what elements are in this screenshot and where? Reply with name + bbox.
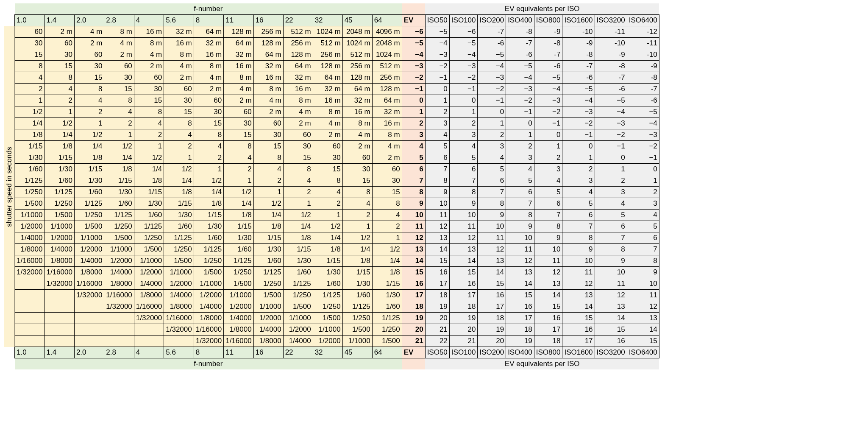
- shutter-cell: 1/250: [134, 232, 164, 244]
- iso-ev-cell: 7: [534, 210, 562, 221]
- iso-ev-cell: 12: [627, 301, 659, 313]
- iso-ev-cell: 9: [627, 267, 659, 278]
- shutter-cell: 1/8000: [253, 336, 283, 347]
- iso-ev-cell: 9: [506, 221, 534, 232]
- shutter-cell: 1/4: [74, 141, 104, 152]
- col-header-fnumber: 8: [194, 15, 223, 26]
- shutter-cell: 1/16000: [45, 267, 74, 278]
- iso-ev-cell: 0: [478, 106, 506, 118]
- footer-header-ev-equivalents: EV equivalents per ISO: [425, 358, 659, 370]
- iso-ev-cell: 10: [506, 232, 534, 244]
- footer-col-fnumber: 4: [134, 347, 164, 358]
- shutter-cell: 32 m: [224, 49, 253, 61]
- shutter-cell: 1/15: [134, 187, 164, 198]
- shutter-cell: 8 m: [194, 61, 223, 72]
- shutter-cell: 1/30: [164, 210, 194, 221]
- shutter-cell: 60: [342, 152, 372, 164]
- shutter-cell: 64 m: [313, 72, 342, 84]
- shutter-cell: 1/2: [313, 221, 342, 232]
- iso-ev-cell: −2: [595, 129, 627, 141]
- iso-ev-cell: -6: [534, 61, 562, 72]
- shutter-cell: 512 m: [283, 26, 313, 38]
- shutter-cell: 2: [45, 95, 74, 106]
- shutter-cell: 1/15: [104, 175, 134, 187]
- shutter-cell: 8: [224, 141, 253, 152]
- shutter-cell: 1/30: [194, 221, 223, 232]
- shutter-cell: 1/60: [372, 301, 402, 313]
- shutter-cell: 1/2: [164, 164, 194, 175]
- shutter-cell: 60: [74, 49, 104, 61]
- col-header-iso: ISO1600: [562, 15, 595, 26]
- shutter-cell: 1/2000: [45, 232, 74, 244]
- iso-ev-cell: -9: [562, 38, 595, 49]
- shutter-cell: 1/250: [372, 324, 402, 336]
- shutter-cell: 64 m: [194, 26, 223, 38]
- shutter-cell: 1/125: [74, 198, 104, 210]
- footer-col-fnumber: 2.0: [74, 347, 104, 358]
- shutter-cell: 1/30: [283, 255, 313, 267]
- iso-ev-cell: −2: [425, 61, 449, 72]
- ev-cell: 16: [402, 278, 425, 290]
- shutter-cell: 1/250: [283, 290, 313, 301]
- iso-ev-cell: -11: [627, 38, 659, 49]
- footer-col-fnumber: 11: [224, 347, 253, 358]
- shutter-cell: [45, 301, 74, 313]
- shutter-cell: 8: [342, 187, 372, 198]
- footer-header-f-number: f-number: [15, 358, 402, 370]
- shutter-cell: 1/1000: [224, 290, 253, 301]
- iso-ev-cell: 13: [534, 278, 562, 290]
- iso-ev-cell: 20: [449, 324, 478, 336]
- iso-ev-cell: −2: [506, 95, 534, 106]
- ev-cell: 5: [402, 152, 425, 164]
- shutter-cell: 2 m: [313, 129, 342, 141]
- ev-cell: 9: [402, 198, 425, 210]
- shutter-cell: 1/15: [283, 244, 313, 255]
- iso-ev-cell: 9: [478, 210, 506, 221]
- ev-cell: 7: [402, 175, 425, 187]
- shutter-cell: 4 m: [283, 106, 313, 118]
- iso-ev-cell: −2: [449, 72, 478, 84]
- shutter-cell: 1/8: [45, 141, 74, 152]
- iso-ev-cell: 0: [627, 164, 659, 175]
- footer-col-fnumber: 1.4: [45, 347, 74, 358]
- iso-ev-cell: 19: [449, 313, 478, 324]
- shutter-cell: 60: [134, 72, 164, 84]
- shutter-cell: 2: [104, 118, 134, 129]
- shutter-cell: 1/15: [45, 152, 74, 164]
- shutter-cell: 60: [15, 26, 45, 38]
- shutter-cell: 1/8000: [104, 278, 134, 290]
- iso-ev-cell: −2: [478, 84, 506, 95]
- shutter-cell: 1/32000: [164, 324, 194, 336]
- shutter-cell: 1/500: [283, 301, 313, 313]
- shutter-cell: 2 m: [224, 95, 253, 106]
- shutter-cell: 1/500: [15, 198, 45, 210]
- shutter-cell: 256 m: [283, 38, 313, 49]
- shutter-cell: 2048 m: [372, 38, 402, 49]
- shutter-cell: [74, 301, 104, 313]
- footer-col-fnumber: 64: [372, 347, 402, 358]
- shutter-cell: 1/500: [253, 290, 283, 301]
- shutter-cell: 1/500: [134, 244, 164, 255]
- shutter-cell: 30: [253, 129, 283, 141]
- shutter-cell: 256 m: [342, 61, 372, 72]
- iso-ev-cell: 14: [506, 278, 534, 290]
- shutter-cell: 4: [342, 198, 372, 210]
- shutter-cell: 2: [164, 141, 194, 152]
- shutter-cell: 1/32000: [74, 290, 104, 301]
- iso-ev-cell: −5: [449, 38, 478, 49]
- shutter-cell: 4 m: [134, 49, 164, 61]
- iso-ev-cell: 5: [425, 141, 449, 152]
- shutter-cell: 4: [283, 175, 313, 187]
- shutter-cell: 32 m: [194, 38, 223, 49]
- shutter-cell: 64 m: [342, 84, 372, 95]
- ev-cell: 10: [402, 210, 425, 221]
- shutter-cell: 8: [134, 106, 164, 118]
- shutter-cell: 16 m: [164, 38, 194, 49]
- shutter-cell: 1/500: [342, 324, 372, 336]
- footer-col-fnumber: 16: [253, 347, 283, 358]
- shutter-cell: 1: [164, 152, 194, 164]
- iso-ev-cell: 5: [506, 175, 534, 187]
- shutter-cell: 1: [253, 187, 283, 198]
- shutter-cell: 1/60: [74, 187, 104, 198]
- iso-ev-cell: 5: [595, 210, 627, 221]
